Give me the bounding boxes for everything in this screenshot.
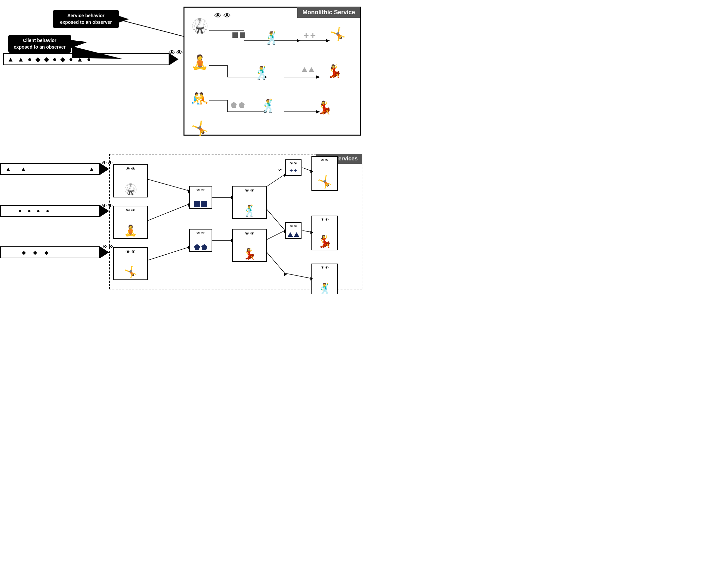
- obs-eye-3: 👁 👁: [102, 244, 113, 250]
- service-card-4: 👁 👁 🕺: [232, 186, 267, 219]
- inter-2-shapes: [194, 244, 207, 250]
- plus-1: +: [303, 30, 309, 41]
- out-f3-figure: 🕺: [317, 282, 332, 294]
- svg-line-19: [265, 174, 285, 188]
- plus-2: +: [310, 30, 315, 41]
- card-4-eye-1: 👁: [245, 188, 249, 193]
- top-section: Service behavior exposed to an observer …: [0, 0, 364, 142]
- out-f3-eyes: 👁 👁: [321, 266, 329, 270]
- out-f3-e2: 👁: [325, 266, 329, 270]
- inter-1-eye-1: 👁: [196, 188, 200, 192]
- monolith-box: Monolithic Service 👁 👁: [184, 7, 361, 135]
- out-f1-figure: 🤸: [317, 175, 332, 189]
- top-stream-box: ▲ ▲ ● ◆ ◆ ● ◆ ● ▲ ●: [3, 53, 169, 65]
- obs-1-e1: 👁: [102, 161, 107, 166]
- svg-line-11: [148, 204, 189, 220]
- out-f1-eyes: 👁 👁: [321, 158, 329, 162]
- inter-node-2-eyes: 👁 👁: [196, 231, 205, 235]
- stream2-sym-4: ●: [46, 208, 49, 214]
- inter-1-eye-2: 👁: [201, 188, 205, 192]
- bottom-stream-1: ▲ ▲ ▲: [0, 163, 109, 175]
- stream2-sym-1: ●: [19, 208, 22, 214]
- tri-1: [302, 67, 307, 72]
- penta-m-2: [201, 244, 207, 250]
- square-1: [232, 33, 238, 38]
- card-1-eyes: 👁 👁: [126, 166, 135, 172]
- eye-icon-right: 👁: [176, 49, 183, 57]
- out-f2-figure: 💃: [317, 234, 332, 248]
- obs-1-e2: 👁: [108, 161, 113, 166]
- svg-marker-4: [326, 39, 330, 42]
- bottom-section: Microservices: [0, 147, 364, 293]
- card-2-eye-1: 👁: [126, 208, 130, 213]
- inter-node-1: 👁 👁: [189, 186, 212, 209]
- client-stream-top: ▲ ▲ ● ◆ ◆ ● ◆ ● ▲ ●: [3, 51, 178, 67]
- card-1-eye-1: 👁: [126, 166, 130, 172]
- out-c1-plus-2: +: [294, 167, 297, 174]
- obs-3-e2: 👁: [108, 244, 113, 250]
- output-connector-2: 👁 👁: [285, 222, 301, 239]
- output-final-3: 👁 👁 🕺: [312, 264, 338, 294]
- sq-1: [194, 201, 200, 207]
- mono-figure-1: 🥋: [191, 18, 208, 34]
- stream1-sym-2: ▲: [21, 166, 26, 173]
- stream1-box: ▲ ▲ ▲: [0, 163, 100, 175]
- card-3-figure: 🤸: [124, 266, 137, 278]
- obs-eye-2: 👁 👁: [102, 203, 113, 209]
- out-1-eye: 👁: [278, 168, 282, 172]
- service-card-1: 👁 👁 🥋: [113, 164, 148, 197]
- penta-2: [239, 102, 245, 108]
- bottom-stream-3: ◆ ◆ ◆: [0, 246, 109, 258]
- square-2: [240, 33, 245, 38]
- out-c2-e2: 👁: [294, 224, 297, 228]
- callout-client-text: Client behavior exposed to an observer: [14, 38, 65, 49]
- obs-2-e1: 👁: [102, 203, 107, 209]
- card-3-eye-2: 👁: [131, 249, 135, 254]
- card-5-eye-2: 👁: [250, 231, 255, 236]
- out-c1-plus-1: +: [289, 167, 293, 174]
- out-c2-tri-2: [294, 232, 299, 237]
- stream2-box: ● ● ● ●: [0, 205, 100, 217]
- out-c2-e1: 👁: [290, 224, 293, 228]
- out-f2-e1: 👁: [321, 217, 324, 222]
- stream3-sym-2: ◆: [33, 249, 37, 256]
- microservices-box: Microservices: [109, 154, 362, 289]
- svg-line-15: [148, 247, 189, 260]
- obs-eye-1: 👁 👁: [102, 161, 113, 166]
- service-card-2: 👁 👁 🧘: [113, 206, 148, 239]
- callout-service-text: Service behavior exposed to an observer: [60, 13, 112, 25]
- out-c2-eyes: 👁 👁: [290, 224, 297, 228]
- out-f1-e1: 👁: [321, 158, 324, 162]
- obs-3-e1: 👁: [102, 244, 107, 250]
- mono-figure-gray-1: 🕺: [264, 31, 279, 45]
- out-c1-e1: 👁: [290, 161, 293, 165]
- out-c1-eyes: 👁 👁: [290, 161, 297, 165]
- stream2-sym-2: ●: [28, 208, 31, 214]
- card-4-eye-2: 👁: [250, 188, 255, 193]
- out-c1-e2: 👁: [294, 161, 297, 165]
- card-4-eyes: 👁 👁: [245, 188, 255, 193]
- eye-icon-left: 👁: [169, 49, 175, 57]
- output-final-2: 👁 👁 💃: [312, 216, 338, 250]
- card-1-figure: 🥋: [124, 183, 137, 195]
- card-5-eyes: 👁 👁: [245, 231, 255, 236]
- mono-shapes-1: [232, 33, 245, 38]
- stream2-sym-3: ●: [37, 208, 40, 214]
- out-f2-eyes: 👁 👁: [321, 217, 329, 222]
- out-f3-e1: 👁: [321, 266, 324, 270]
- output-plus-group: 👁: [278, 168, 282, 172]
- card-4-figure: 🕺: [243, 204, 256, 217]
- inter-2-eye-2: 👁: [201, 231, 205, 235]
- mono-plus-group: + +: [303, 30, 316, 41]
- stream3-sym-3: ◆: [44, 249, 48, 256]
- svg-line-23: [265, 231, 285, 240]
- service-card-5: 👁 👁 💃: [232, 229, 267, 262]
- stream1-sym-1: ▲: [5, 166, 11, 173]
- out-c1-shapes: + +: [289, 167, 297, 174]
- sq-2: [201, 201, 207, 207]
- service-card-3: 👁 👁 🤸: [113, 247, 148, 280]
- mono-figure-gray-final-2: 💃: [327, 64, 342, 78]
- card-2-eye-2: 👁: [131, 208, 135, 213]
- mono-figure-gray-2: 🕺: [254, 65, 270, 80]
- svg-marker-0: [297, 39, 300, 42]
